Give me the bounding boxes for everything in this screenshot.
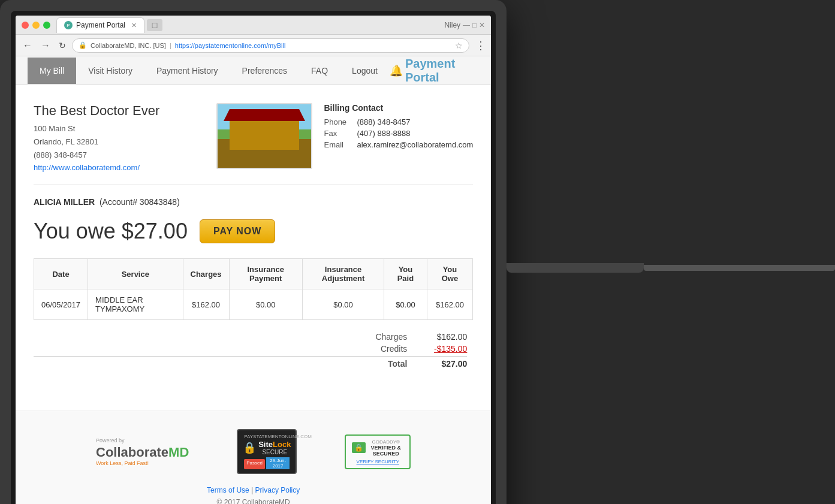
browser-titlebar: P Payment Portal ✕ □ Niley — □ ✕ — [16, 16, 491, 35]
practice-name: The Best Doctor Ever — [34, 103, 204, 119]
sitelock-text: SiteLock SECURE — [258, 439, 291, 455]
tab-close-button[interactable]: ✕ — [131, 22, 137, 29]
totals-section: Charges $162.00 Credits -$135.00 Total $… — [34, 332, 473, 369]
sitelock-secure-text: SECURE — [258, 449, 291, 455]
site-footer: Powered by Collaborate MD Work Less, Pai… — [16, 411, 491, 504]
practice-info: The Best Doctor Ever 100 Main St Orlando… — [34, 103, 204, 173]
address-line2: Orlando, FL 32801 — [34, 135, 204, 149]
nav-faq[interactable]: FAQ — [299, 58, 340, 84]
bookmark-star-icon[interactable]: ☆ — [455, 41, 463, 50]
terms-link[interactable]: Terms of Use — [207, 486, 249, 494]
brand-collaborate: Collaborate — [96, 445, 168, 460]
practice-header: The Best Doctor Ever 100 Main St Orlando… — [34, 97, 473, 185]
billing-table: Date Service Charges Insurance Payment I… — [34, 258, 473, 320]
nav-preferences[interactable]: Preferences — [230, 58, 299, 84]
billing-email-label: Email — [324, 140, 351, 149]
portal-bell-icon: 🔔 — [390, 64, 403, 77]
window-controls-right: Niley — □ ✕ — [444, 21, 485, 29]
new-tab-icon: □ — [152, 20, 157, 30]
forward-button[interactable]: → — [38, 39, 53, 52]
main-content: The Best Doctor Ever 100 Main St Orlando… — [16, 85, 491, 411]
nav-payment-history[interactable]: Payment History — [144, 58, 230, 84]
balance-section: You owe $27.00 PAY NOW — [34, 219, 473, 244]
security-lock-icon: 🔒 — [79, 41, 87, 49]
billing-fax-label: Fax — [324, 129, 351, 138]
window-minimize[interactable]: — — [463, 21, 470, 29]
practice-building-image — [218, 104, 311, 168]
url-bar[interactable]: 🔒 CollaborateMD, INC. [US] | https://pay… — [72, 38, 469, 53]
account-label: (Account# — [100, 197, 137, 207]
cell-you-paid: $0.00 — [384, 289, 427, 320]
charges-row: Charges $162.00 — [34, 332, 467, 342]
laptop-base — [644, 265, 835, 271]
sitelock-badge[interactable]: PAYSTATEMENTONLINE.COM 🔒 SiteLock SECURE — [237, 429, 297, 474]
address-separator: | — [170, 42, 171, 49]
billing-phone-label: Phone — [324, 117, 351, 126]
powered-by-text: Powered by — [96, 437, 125, 443]
charges-value: $162.00 — [425, 332, 467, 342]
godaddy-verify-link[interactable]: VERIFY SECURITY — [352, 459, 403, 464]
sitelock-title: SiteLock — [258, 439, 291, 449]
total-value: $27.00 — [425, 359, 467, 369]
brand-md: MD — [168, 445, 189, 460]
sitelock-status: Passed 29-Jun-2017 — [244, 457, 290, 469]
table-header-row: Date Service Charges Insurance Payment I… — [34, 259, 473, 289]
sitelock-passed-label: Passed — [244, 459, 265, 469]
privacy-link[interactable]: Privacy Policy — [255, 486, 300, 494]
new-tab-button[interactable]: □ — [147, 19, 162, 31]
nav-visit-history[interactable]: Visit History — [76, 58, 144, 84]
cell-date: 06/05/2017 — [34, 289, 88, 320]
address-domain: CollaborateMD, INC. [US] — [91, 42, 166, 49]
favicon-letter: P — [67, 23, 70, 28]
cell-charges: $162.00 — [183, 289, 229, 320]
patient-name: ALICIA MILLER — [34, 197, 95, 207]
godaddy-badge[interactable]: 🔒 GODADDY® VERIFIED & SECURED VERIFY SEC… — [345, 434, 411, 469]
col-insurance-payment: Insurance Payment — [229, 259, 302, 289]
godaddy-icon-row: 🔒 GODADDY® VERIFIED & SECURED — [352, 439, 403, 457]
practice-phone: (888) 348-8457 — [34, 149, 204, 162]
refresh-button[interactable]: ↻ — [56, 40, 68, 52]
active-tab[interactable]: P Payment Portal ✕ — [56, 17, 144, 33]
close-button[interactable] — [22, 22, 29, 29]
cell-you-owe: $162.00 — [427, 289, 473, 320]
billing-phone-value: (888) 348-8457 — [357, 117, 411, 126]
tab-bar: P Payment Portal ✕ □ — [56, 17, 439, 33]
nav-my-bill[interactable]: My Bill — [28, 58, 76, 84]
billing-contact: Billing Contact Phone (888) 348-8457 Fax… — [324, 103, 474, 152]
col-you-paid: You Paid — [384, 259, 427, 289]
nav-logout[interactable]: Logout — [340, 58, 390, 84]
cell-insurance-payment: $0.00 — [229, 289, 302, 320]
practice-image — [216, 103, 312, 169]
balance-amount: You owe $27.00 — [34, 219, 188, 244]
brand-name: Collaborate MD — [96, 445, 189, 460]
billing-email-value: alex.ramirez@collaboratemd.com — [357, 140, 474, 149]
sitelock-lock-icon: 🔒 — [243, 441, 256, 454]
maximize-button[interactable] — [43, 22, 50, 29]
building-roof-shape — [224, 109, 305, 121]
godaddy-verified: VERIFIED & SECURED — [368, 445, 403, 457]
browser-window-controls — [22, 22, 50, 29]
back-button[interactable]: ← — [20, 39, 35, 52]
tab-title: Payment Portal — [76, 21, 125, 29]
sitelock-icon-row: 🔒 SiteLock SECURE — [244, 439, 290, 455]
user-label: Niley — [444, 21, 460, 29]
godaddy-lock-icon: 🔒 — [352, 442, 366, 453]
site-navigation: My Bill Visit History Payment History Pr… — [16, 56, 491, 85]
account-number: (Account# 30843848) — [97, 197, 180, 207]
pay-now-button[interactable]: PAY NOW — [200, 219, 276, 243]
tab-favicon: P — [64, 21, 73, 29]
window-close[interactable]: ✕ — [479, 21, 485, 29]
billing-email-row: Email alex.ramirez@collaboratemd.com — [324, 140, 474, 149]
browser-menu-button[interactable]: ⋮ — [475, 39, 486, 52]
col-charges: Charges — [183, 259, 229, 289]
collaborate-logo: Powered by Collaborate MD Work Less, Pai… — [96, 437, 189, 466]
credits-row: Credits -$135.00 — [34, 344, 467, 354]
minimize-button[interactable] — [32, 22, 40, 29]
charges-label: Charges — [375, 332, 407, 342]
col-date: Date — [34, 259, 88, 289]
nav-links: My Bill Visit History Payment History Pr… — [28, 58, 390, 84]
col-you-owe: You Owe — [427, 259, 473, 289]
billing-phone-row: Phone (888) 348-8457 — [324, 117, 474, 126]
practice-website-link[interactable]: http://www.collaboratemd.com/ — [34, 163, 140, 172]
window-restore[interactable]: □ — [472, 21, 477, 29]
